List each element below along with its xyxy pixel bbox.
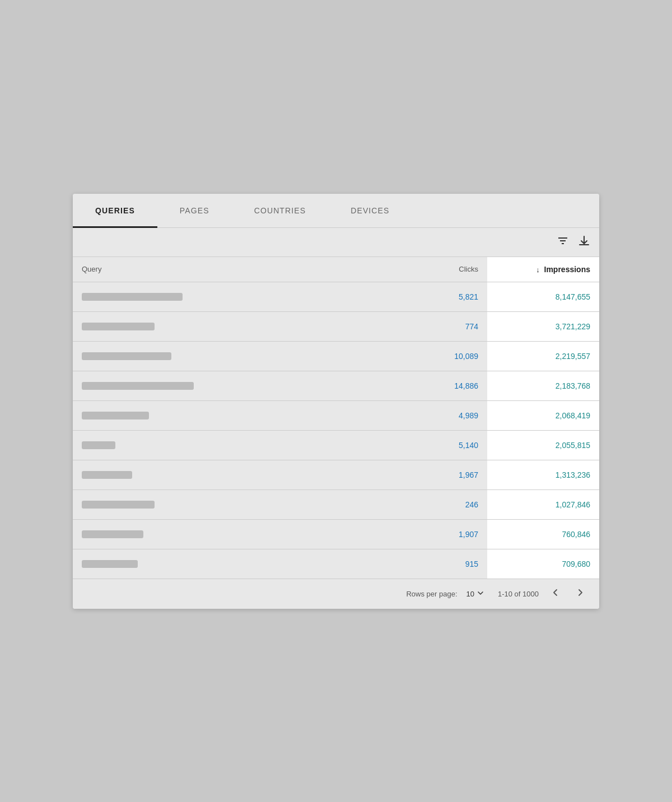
clicks-cell: 774 [409, 311, 487, 341]
impressions-cell: 2,183,768 [487, 371, 599, 400]
clicks-cell: 14,886 [409, 371, 487, 400]
table-row: 7743,721,229 [73, 311, 599, 341]
blurred-query [82, 323, 155, 330]
table-row: 1,9671,313,236 [73, 460, 599, 489]
sort-arrow-icon: ↓ [536, 265, 540, 274]
table-row: 4,9892,068,419 [73, 400, 599, 430]
next-page-button[interactable] [572, 586, 588, 602]
blurred-query [82, 530, 143, 538]
table-row: 1,907760,846 [73, 519, 599, 549]
query-cell [73, 400, 409, 430]
rows-per-page-selector[interactable]: 10 [466, 589, 484, 599]
impressions-cell: 760,846 [487, 519, 599, 549]
clicks-cell: 1,907 [409, 519, 487, 549]
impressions-cell: 709,680 [487, 549, 599, 579]
tab-queries[interactable]: QUERIES [73, 194, 157, 227]
tab-devices[interactable]: DEVICES [328, 194, 412, 227]
clicks-cell: 5,821 [409, 282, 487, 311]
blurred-query [82, 382, 194, 390]
table-row: 5,8218,147,655 [73, 282, 599, 311]
pagination-info: 1-10 of 1000 [498, 590, 539, 598]
blurred-query [82, 501, 155, 509]
query-cell [73, 341, 409, 371]
blurred-query [82, 560, 138, 568]
clicks-cell: 4,989 [409, 400, 487, 430]
impressions-cell: 1,027,846 [487, 489, 599, 519]
table-row: 915709,680 [73, 549, 599, 579]
query-cell [73, 430, 409, 460]
query-cell [73, 371, 409, 400]
column-header-query[interactable]: Query [73, 257, 409, 282]
toolbar [73, 228, 599, 257]
tab-pages[interactable]: PAGES [157, 194, 232, 227]
clicks-cell: 1,967 [409, 460, 487, 489]
impressions-cell: 8,147,655 [487, 282, 599, 311]
query-cell [73, 489, 409, 519]
impressions-cell: 2,219,557 [487, 341, 599, 371]
impressions-cell: 2,068,419 [487, 400, 599, 430]
query-cell [73, 519, 409, 549]
clicks-cell: 5,140 [409, 430, 487, 460]
download-icon[interactable] [578, 235, 590, 250]
table-row: 10,0892,219,557 [73, 341, 599, 371]
blurred-query [82, 471, 132, 479]
impressions-cell: 1,313,236 [487, 460, 599, 489]
main-card: QUERIES PAGES COUNTRIES DEVICES Que [73, 194, 599, 609]
column-header-clicks[interactable]: Clicks [409, 257, 487, 282]
clicks-cell: 10,089 [409, 341, 487, 371]
clicks-cell: 915 [409, 549, 487, 579]
prev-page-button[interactable] [548, 586, 563, 602]
column-header-impressions[interactable]: ↓ Impressions [487, 257, 599, 282]
tab-countries[interactable]: COUNTRIES [232, 194, 329, 227]
blurred-query [82, 293, 183, 301]
table-row: 5,1402,055,815 [73, 430, 599, 460]
query-cell [73, 282, 409, 311]
rows-per-page-value: 10 [466, 590, 474, 598]
impressions-cell: 3,721,229 [487, 311, 599, 341]
query-cell [73, 311, 409, 341]
query-cell [73, 460, 409, 489]
blurred-query [82, 352, 171, 360]
rows-per-page-dropdown-icon [477, 589, 484, 599]
clicks-cell: 246 [409, 489, 487, 519]
table-row: 14,8862,183,768 [73, 371, 599, 400]
data-table: Query Clicks ↓ Impressions 5,8218,147,65… [73, 257, 599, 579]
tabs-bar: QUERIES PAGES COUNTRIES DEVICES [73, 194, 599, 228]
filter-icon[interactable] [557, 235, 569, 250]
table-row: 2461,027,846 [73, 489, 599, 519]
blurred-query [82, 441, 115, 449]
query-cell [73, 549, 409, 579]
rows-per-page-label: Rows per page: [406, 590, 457, 598]
blurred-query [82, 412, 149, 419]
impressions-cell: 2,055,815 [487, 430, 599, 460]
table-footer: Rows per page: 10 1-10 of 1000 [73, 579, 599, 609]
